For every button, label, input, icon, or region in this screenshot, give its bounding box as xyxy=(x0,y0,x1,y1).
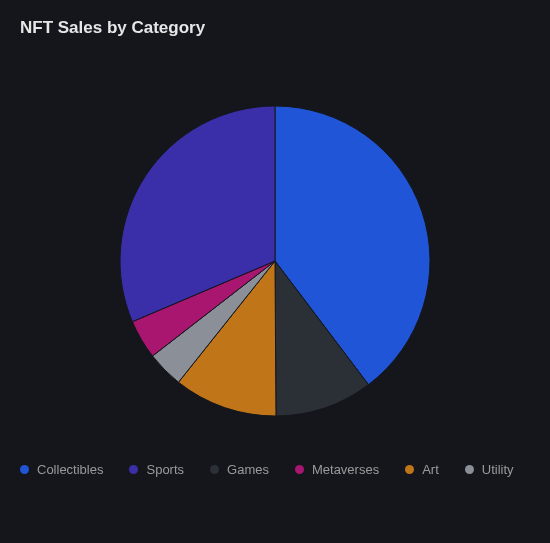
legend-swatch-icon xyxy=(295,465,304,474)
chart-title: NFT Sales by Category xyxy=(20,18,530,38)
legend-label: Art xyxy=(422,462,439,477)
legend-label: Games xyxy=(227,462,269,477)
legend-label: Sports xyxy=(146,462,184,477)
chart-card: NFT Sales by Category 39.7%10.2%10.8%31.… xyxy=(0,0,550,543)
legend-item-art[interactable]: Art xyxy=(405,462,439,477)
legend-item-collectibles[interactable]: Collectibles xyxy=(20,462,103,477)
legend-label: Metaverses xyxy=(312,462,379,477)
legend-swatch-icon xyxy=(465,465,474,474)
legend: CollectiblesSportsGamesMetaversesArtUtil… xyxy=(20,462,530,477)
legend-item-metaverses[interactable]: Metaverses xyxy=(295,462,379,477)
pie-chart: 39.7%10.2%10.8%31.4% xyxy=(20,46,530,456)
legend-label: Collectibles xyxy=(37,462,103,477)
legend-label: Utility xyxy=(482,462,514,477)
legend-swatch-icon xyxy=(210,465,219,474)
legend-item-games[interactable]: Games xyxy=(210,462,269,477)
legend-swatch-icon xyxy=(129,465,138,474)
legend-item-sports[interactable]: Sports xyxy=(129,462,184,477)
legend-swatch-icon xyxy=(20,465,29,474)
legend-item-utility[interactable]: Utility xyxy=(465,462,514,477)
legend-swatch-icon xyxy=(405,465,414,474)
